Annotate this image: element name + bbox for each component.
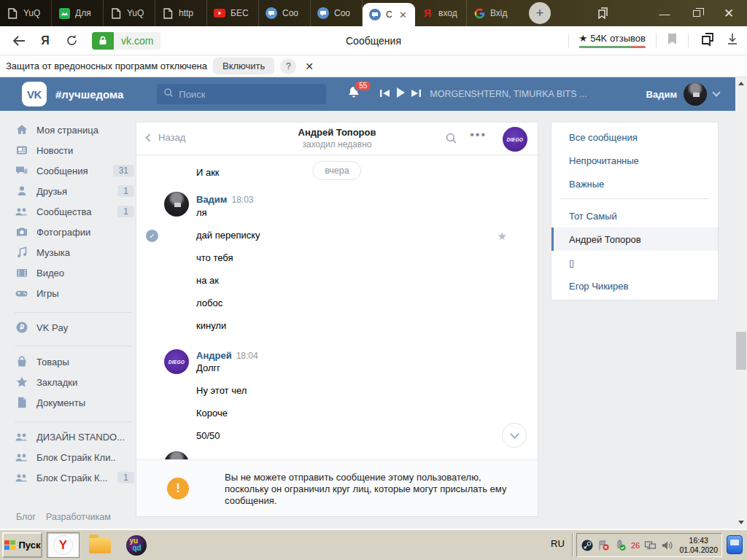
message[interactable]: кинули (196, 320, 508, 331)
tab-yandex[interactable]: Я вход (415, 0, 467, 26)
nav-games[interactable]: Игры (15, 283, 136, 303)
chat-search-icon[interactable] (445, 132, 457, 147)
dialog-item[interactable]: ▯ (551, 251, 718, 274)
dialog-item-active[interactable]: Андрей Топоров (551, 228, 718, 251)
sender-avatar[interactable]: DIEGO (164, 349, 189, 374)
now-playing-title[interactable]: MORGENSHTERN, TIMURKA BITS ... (430, 89, 628, 99)
language-indicator[interactable]: RU (551, 538, 565, 549)
message[interactable]: Короче (196, 408, 508, 419)
nav-my-page[interactable]: Моя страница (15, 120, 136, 140)
tab-close-icon[interactable]: ✕ (398, 9, 409, 20)
message[interactable]: 50/50 (196, 430, 508, 441)
vk-hashtag[interactable]: #лучшедома (55, 88, 123, 101)
start-button[interactable]: Пуск (2, 532, 42, 558)
vk-search-box[interactable] (157, 84, 326, 104)
message[interactable]: дай переписку (196, 230, 508, 241)
tray-clock[interactable]: 16:43 01.04.2020 (679, 536, 718, 555)
tab-http[interactable]: http (155, 0, 207, 26)
back-icon[interactable] (9, 31, 29, 51)
next-track-icon[interactable] (411, 88, 421, 101)
minimize-button[interactable]: — (658, 7, 671, 20)
filter-important[interactable]: Важные (551, 172, 718, 195)
notifications-bell[interactable]: 55 (347, 85, 361, 103)
date-separator: вчера (312, 161, 361, 180)
message[interactable]: на ак (196, 275, 508, 286)
nav-video[interactable]: Видео (15, 262, 136, 283)
dialog-item[interactable]: Егор Чикирев (551, 274, 718, 298)
important-star-icon[interactable]: ★ (498, 230, 507, 243)
nav-bookmarks[interactable]: Закладки (15, 372, 136, 392)
tab-vk-1[interactable]: Соо (259, 0, 311, 26)
tab-dlya[interactable]: Для (52, 0, 104, 26)
dialog-item[interactable]: Тот Самый (551, 204, 718, 228)
nav-photos[interactable]: Фотографии (15, 222, 136, 242)
tab-vk-active[interactable]: С ✕ (363, 3, 415, 26)
user-menu[interactable]: Вадим (646, 82, 719, 106)
steam-icon[interactable] (581, 539, 593, 551)
url-pill[interactable]: vk.com (92, 32, 160, 50)
download-icon[interactable] (727, 33, 738, 48)
tab-google[interactable]: Вхід (467, 0, 519, 26)
message[interactable]: лобос (196, 298, 508, 308)
nav-group-blok-strayk-1[interactable]: Блок Страйк Кли.. (15, 447, 136, 467)
scroll-to-bottom-button[interactable] (502, 423, 527, 448)
blog-link[interactable]: Блог (16, 512, 36, 522)
usb-device-icon[interactable] (614, 539, 627, 551)
search-input[interactable] (179, 89, 320, 100)
scroll-down-arrow[interactable] (738, 521, 744, 524)
sender-name[interactable]: Вадим (196, 194, 227, 205)
tab-yuq-2[interactable]: YuQ (104, 0, 155, 26)
collections-icon[interactable] (699, 32, 716, 50)
site-rating[interactable]: ★54K отзывов (579, 33, 646, 48)
show-desktop-button[interactable] (727, 535, 743, 554)
sender-name[interactable]: Андрей (196, 350, 232, 361)
nav-messages[interactable]: Сообщения31 (15, 160, 136, 181)
help-icon[interactable]: ? (280, 58, 296, 74)
message[interactable]: Долгг (196, 362, 508, 373)
scrollbar-thumb[interactable] (736, 332, 746, 370)
taskbar-app[interactable] (120, 532, 152, 558)
selected-check-icon[interactable]: ✓ (146, 230, 158, 242)
nav-vk-pay[interactable]: ₽VK Pay (15, 317, 136, 338)
volume-icon[interactable] (661, 539, 673, 551)
tab-youtube[interactable]: БЕС (207, 0, 259, 26)
nav-music[interactable]: Музыка (15, 242, 136, 262)
panels-icon[interactable] (595, 7, 608, 20)
taskbar-yandex-browser[interactable]: Y (47, 532, 80, 558)
network-icon[interactable] (644, 539, 657, 551)
nav-news[interactable]: Новости (15, 140, 136, 160)
taskbar-folder[interactable] (83, 532, 116, 558)
previous-track-icon[interactable] (380, 88, 390, 101)
message[interactable]: Ну этот чел (196, 385, 508, 396)
enable-protection-button[interactable]: Включить (213, 58, 274, 74)
dismiss-warning-icon[interactable]: ✕ (305, 61, 314, 72)
peer-avatar[interactable]: DIEGO (503, 127, 527, 152)
bookmark-icon[interactable] (667, 33, 678, 48)
close-window-button[interactable]: ✕ (722, 7, 735, 20)
filter-all-messages[interactable]: Все сообщения (551, 125, 718, 149)
play-icon[interactable] (396, 88, 405, 101)
filter-unread[interactable]: Непрочитанные (551, 149, 718, 172)
yandex-button[interactable]: Я (35, 31, 55, 51)
nav-documents[interactable]: Документы (15, 392, 136, 413)
action-center-flag-icon[interactable] (597, 539, 610, 551)
menu-icon[interactable] (627, 9, 639, 18)
tab-yuq-1[interactable]: YuQ (0, 0, 52, 26)
nav-group-blok-strayk-2[interactable]: Блок Страйк К...1 (15, 467, 136, 488)
message[interactable]: что тебя (196, 252, 508, 263)
nav-communities[interactable]: Сообщества1 (15, 201, 136, 222)
chat-more-icon[interactable]: ••• (470, 128, 487, 141)
developers-link[interactable]: Разработчикам (46, 512, 111, 522)
scroll-up-arrow[interactable] (738, 82, 744, 85)
nav-group-dizayn[interactable]: ДИЗАЙН STANDO... (15, 427, 136, 447)
page-scrollbar[interactable] (735, 77, 747, 529)
reload-icon[interactable] (61, 31, 82, 51)
restore-button[interactable] (690, 7, 703, 20)
tab-vk-2[interactable]: Соо (311, 0, 363, 26)
vk-logo[interactable]: VK (22, 82, 47, 106)
nav-market[interactable]: Товары (15, 351, 136, 372)
nav-friends[interactable]: Друзья1 (15, 181, 136, 201)
message[interactable]: ля (196, 207, 508, 218)
sender-avatar[interactable] (164, 192, 189, 217)
new-tab-button[interactable]: + (529, 2, 551, 24)
